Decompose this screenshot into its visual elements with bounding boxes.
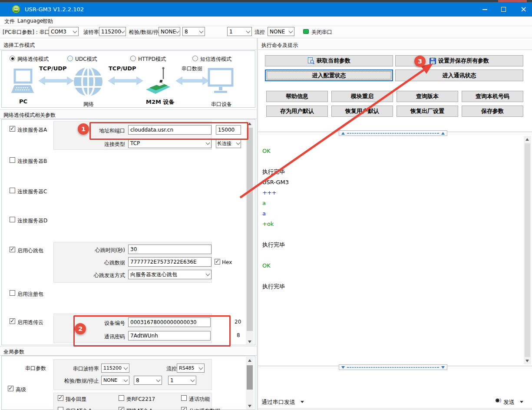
menu-help[interactable]: 帮助 xyxy=(43,18,53,25)
chevron-down-icon xyxy=(191,377,195,382)
echo-checkbox[interactable] xyxy=(58,395,63,401)
window-title: USR-GM3 V1.2.2.102 xyxy=(25,6,84,13)
scroll-up-icon[interactable] xyxy=(248,359,251,362)
keepalive-select[interactable]: 长连接 xyxy=(216,139,241,148)
parity-select[interactable]: NONE xyxy=(159,27,180,36)
chevron-down-icon[interactable] xyxy=(301,401,304,403)
save-user-default-button[interactable]: 存为用户默认 xyxy=(266,106,328,117)
server-c-checkbox[interactable] xyxy=(10,188,15,193)
heartbeat-data-input[interactable]: 7777772E7573722E636E xyxy=(128,257,211,267)
hex-checkbox[interactable] xyxy=(215,259,220,265)
app-icon xyxy=(12,5,20,13)
baud-label: 波特率 xyxy=(83,29,99,36)
stopbits-select[interactable]: 1 xyxy=(227,27,252,36)
serial-toolbar xyxy=(0,26,532,38)
scroll-up-icon[interactable] xyxy=(248,122,251,125)
maximize-button[interactable] xyxy=(496,2,511,17)
call-checkbox[interactable] xyxy=(181,395,187,401)
get-params-button[interactable]: 获取当前参数 xyxy=(265,55,393,66)
chevron-down-icon xyxy=(175,29,180,33)
advanced-checkbox[interactable] xyxy=(8,386,13,391)
global-databits-value: 8 xyxy=(136,377,139,384)
server-a-label: 连接服务器A xyxy=(17,126,47,134)
splitter-top-handle[interactable] xyxy=(339,130,447,136)
heartbeat-data-value: 7777772E7573722E636E xyxy=(130,259,197,265)
conn-type-select[interactable]: TCP xyxy=(128,139,211,148)
global-stopbits-select[interactable]: 1 xyxy=(168,376,196,385)
log-line: 执行完毕 xyxy=(262,240,506,250)
global-flow-select[interactable]: RS485 xyxy=(177,364,205,373)
cache-checkbox[interactable] xyxy=(181,407,187,410)
restore-user-default-button[interactable]: 恢复用户默认 xyxy=(331,106,393,117)
radio-udc[interactable] xyxy=(67,56,73,61)
global-databits-select[interactable]: 8 xyxy=(134,376,162,385)
help-info-button[interactable]: 帮助信息 xyxy=(266,91,328,102)
chevron-down-icon xyxy=(199,365,203,370)
send-button[interactable]: 发送 xyxy=(503,398,515,406)
stopbits-value: 1 xyxy=(229,29,233,35)
menubar: 文件 Language 帮助 xyxy=(0,17,532,26)
link-arrow-icon xyxy=(175,76,209,86)
log-line xyxy=(262,271,506,281)
menu-file[interactable]: 文件 xyxy=(4,18,15,25)
baud-select[interactable]: 115200 xyxy=(99,27,126,36)
serial-at-checkbox[interactable] xyxy=(58,407,63,410)
restore-factory-button[interactable]: 恢复出厂设置 xyxy=(397,106,458,117)
params-scrollbar-thumb[interactable] xyxy=(247,128,253,331)
close-port-button[interactable]: 关闭串口 xyxy=(311,29,332,36)
heartbeat-mode-select[interactable]: 向服务器发送心跳包 xyxy=(128,270,211,279)
log-line: +ok xyxy=(262,219,506,229)
global-baud-value: 115200 xyxy=(103,365,122,371)
maximize-icon xyxy=(501,7,506,12)
m2m-label: M2M 设备 xyxy=(146,98,174,106)
log-line: a xyxy=(262,198,506,208)
global-baud-select[interactable]: 115200 xyxy=(101,364,129,373)
net-at-checkbox[interactable] xyxy=(119,407,124,410)
flow-select[interactable]: NONE xyxy=(268,27,294,36)
scroll-down-icon[interactable] xyxy=(248,341,251,343)
com-port-value: COM3 xyxy=(51,29,66,35)
global-scrollbar-thumb[interactable] xyxy=(247,365,253,390)
log-scrollbar-thumb[interactable] xyxy=(525,143,530,357)
send-area[interactable] xyxy=(258,369,532,407)
rfc2217-checkbox[interactable] xyxy=(119,395,124,401)
query-number-label: 查询本机号码 xyxy=(476,93,509,100)
server-d-checkbox[interactable] xyxy=(10,217,15,222)
cloud-checkbox[interactable] xyxy=(10,318,15,324)
radio-sms[interactable] xyxy=(192,56,198,61)
databits-select[interactable]: 8 xyxy=(182,27,205,36)
enter-comm-button[interactable]: 进入通讯状态 xyxy=(395,69,523,81)
regpack-checkbox[interactable] xyxy=(10,290,15,296)
close-icon: × xyxy=(520,5,527,13)
heartbeat-checkbox[interactable] xyxy=(10,247,15,252)
close-button[interactable]: × xyxy=(515,2,532,17)
query-number-button[interactable]: 查询本机号码 xyxy=(462,91,523,102)
splitter-bottom-handle[interactable] xyxy=(339,364,447,370)
server-a-checkbox[interactable] xyxy=(10,126,15,132)
chevron-down-icon[interactable] xyxy=(520,401,523,403)
global-framing-label: 检验/数据/停止 xyxy=(59,377,99,385)
scroll-up-icon[interactable] xyxy=(525,138,529,141)
heartbeat-time-input[interactable]: 30 xyxy=(128,245,211,254)
scroll-down-icon[interactable] xyxy=(248,405,251,407)
radio-httpd[interactable] xyxy=(130,56,136,61)
send-via-serial-dropdown[interactable]: 通过串口发送 xyxy=(261,398,295,406)
com-port-select[interactable]: COM3 xyxy=(49,27,79,36)
global-flow-value: RS485 xyxy=(179,365,195,371)
echo-label: 指令回显 xyxy=(66,396,86,403)
enter-comm-label: 进入通讯状态 xyxy=(443,72,476,79)
annotation-step-3: 3 xyxy=(414,56,426,67)
minimize-button[interactable] xyxy=(478,2,492,17)
enter-config-button[interactable]: 进入配置状态 xyxy=(265,69,393,81)
server-b-checkbox[interactable] xyxy=(10,157,15,163)
scroll-down-icon[interactable] xyxy=(525,360,529,362)
menu-language[interactable]: Language xyxy=(17,18,43,24)
save-params-button[interactable]: 保存参数 xyxy=(462,106,523,117)
query-version-button[interactable]: 查询版本 xyxy=(397,91,458,102)
splitter-dots xyxy=(347,367,439,368)
global-parity-select[interactable]: NONE xyxy=(101,376,129,385)
radio-net-transparent[interactable] xyxy=(10,56,15,61)
hex-label: Hex xyxy=(222,259,232,265)
enter-config-label: 进入配置状态 xyxy=(312,72,346,79)
module-reboot-button[interactable]: 模块重启 xyxy=(331,91,393,102)
